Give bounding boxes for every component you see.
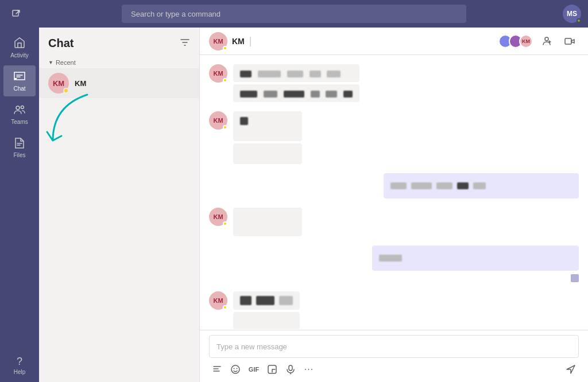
message-bubble-2 [233, 84, 359, 102]
message-input[interactable]: Type a new message [209, 335, 579, 358]
topbar: Search or type a command MS [0, 0, 588, 28]
svg-point-2 [21, 106, 24, 109]
redacted-text [240, 117, 248, 125]
activity-label: Activity [10, 52, 29, 59]
message-content [233, 291, 300, 329]
more-options-button[interactable]: ··· [301, 361, 317, 377]
redacted-text [240, 71, 252, 77]
chat-item-avatar: KM [48, 73, 69, 93]
redacted-text [390, 182, 407, 189]
help-label: Help [14, 369, 26, 375]
sidebar-item-activity[interactable]: Activity [3, 32, 36, 63]
msg-away-dot [223, 221, 227, 226]
format-text-button[interactable] [209, 361, 225, 377]
sidebar-title: Chat [48, 37, 74, 50]
message-content-self [372, 245, 579, 282]
add-people-button[interactable] [537, 32, 556, 50]
redacted-text [457, 182, 469, 189]
away-status-dot [63, 88, 69, 93]
sidebar-item-files[interactable]: Files [3, 132, 36, 163]
redacted-text [343, 91, 353, 98]
collapse-icon: ▼ [48, 60, 53, 65]
redacted-text [284, 91, 304, 98]
message-group: KM [209, 208, 579, 236]
redacted-text [473, 182, 486, 189]
message-avatar: KM [209, 64, 227, 83]
redacted-text [411, 182, 432, 189]
svg-rect-0 [13, 10, 18, 16]
gif-button[interactable]: GIF [246, 361, 262, 377]
chat-item-name: KM [75, 79, 86, 88]
redacted-text [264, 91, 277, 98]
message-bubble [233, 111, 302, 141]
redacted-text [287, 71, 303, 77]
redacted-text [379, 255, 402, 262]
video-call-button[interactable] [560, 32, 579, 50]
self-message-bubble [384, 173, 579, 198]
popout-button[interactable] [7, 5, 25, 23]
message-bubble-2 [233, 312, 300, 329]
chat-area: KM KM | KM [200, 28, 588, 382]
redacted-text [311, 91, 320, 98]
message-avatar: KM [209, 291, 227, 310]
input-toolbar: GIF ··· [209, 358, 579, 377]
header-divider: | [249, 35, 252, 47]
message-content [233, 111, 302, 164]
filter-icon[interactable] [180, 37, 190, 50]
message-bubble [233, 208, 302, 236]
redacted-text [240, 91, 257, 98]
search-bar[interactable]: Search or type a command [122, 5, 466, 23]
svg-point-6 [234, 368, 235, 369]
main-layout: Activity Chat Teams [0, 28, 588, 382]
avatar-initials: KM [53, 79, 64, 88]
emoji-button[interactable] [227, 361, 243, 377]
message-bubble [233, 291, 300, 310]
files-label: Files [13, 152, 25, 158]
chat-header-avatar: KM [209, 32, 227, 50]
redacted-text [256, 296, 274, 305]
messages-area[interactable]: KM [200, 55, 588, 330]
svg-point-5 [231, 365, 239, 373]
left-nav: Activity Chat Teams [0, 28, 39, 382]
read-receipt [571, 274, 579, 282]
redacted-text [310, 71, 321, 77]
msg-away-dot [223, 78, 227, 83]
audio-button[interactable] [283, 361, 299, 377]
message-group: KM [209, 64, 579, 102]
message-content-self [384, 173, 579, 198]
message-group-self [209, 245, 579, 282]
sidebar-item-teams[interactable]: Teams [3, 99, 36, 130]
chat-sidebar: Chat ▼ Recent KM KM [39, 28, 200, 382]
redacted-text [258, 71, 281, 77]
recent-label[interactable]: ▼ Recent [39, 57, 199, 68]
message-bubble-2 [233, 143, 302, 164]
redacted-text [240, 296, 252, 305]
sidebar-header: Chat [39, 28, 199, 54]
message-bubble [233, 64, 359, 82]
redacted-text [327, 71, 341, 77]
svg-point-3 [545, 37, 548, 41]
send-button[interactable] [563, 361, 579, 377]
participant-avatar-km: KM [519, 34, 533, 48]
teams-icon [13, 103, 26, 118]
help-nav-item[interactable]: ? Help [14, 356, 26, 375]
message-content [233, 64, 359, 102]
online-status-dot [577, 18, 581, 23]
message-group-self [209, 173, 579, 198]
search-placeholder: Search or type a command [131, 10, 220, 18]
user-avatar[interactable]: MS [563, 5, 581, 23]
svg-point-1 [16, 106, 20, 110]
redacted-text [436, 182, 452, 189]
activity-icon [13, 37, 26, 51]
help-icon: ? [17, 356, 22, 368]
sticker-button[interactable] [264, 361, 280, 377]
files-icon [13, 137, 26, 151]
chat-list-item[interactable]: KM KM [39, 68, 199, 98]
sidebar-item-chat[interactable]: Chat [3, 65, 36, 96]
header-away-dot [223, 46, 227, 50]
participant-avatars: KM [498, 34, 533, 48]
input-area: Type a new message GIF [200, 330, 588, 382]
svg-point-7 [237, 368, 238, 369]
teams-label: Teams [11, 119, 28, 125]
svg-rect-4 [565, 38, 571, 44]
